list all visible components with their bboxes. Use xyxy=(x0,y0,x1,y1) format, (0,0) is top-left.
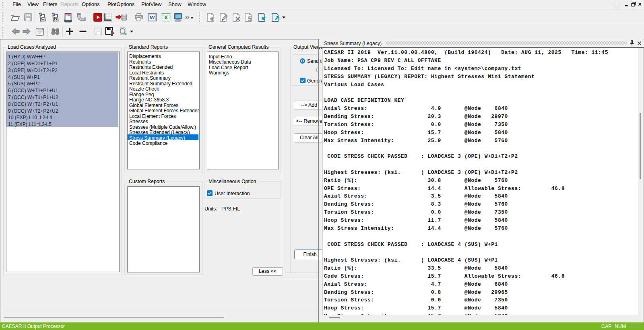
svg-text:X: X xyxy=(164,14,168,21)
svg-text:TITLE: TITLE xyxy=(66,14,71,16)
svg-text:W: W xyxy=(150,14,155,21)
svg-text:N: N xyxy=(54,16,57,21)
svg-text:C: C xyxy=(41,16,44,21)
svg-text:5: 5 xyxy=(248,16,252,22)
